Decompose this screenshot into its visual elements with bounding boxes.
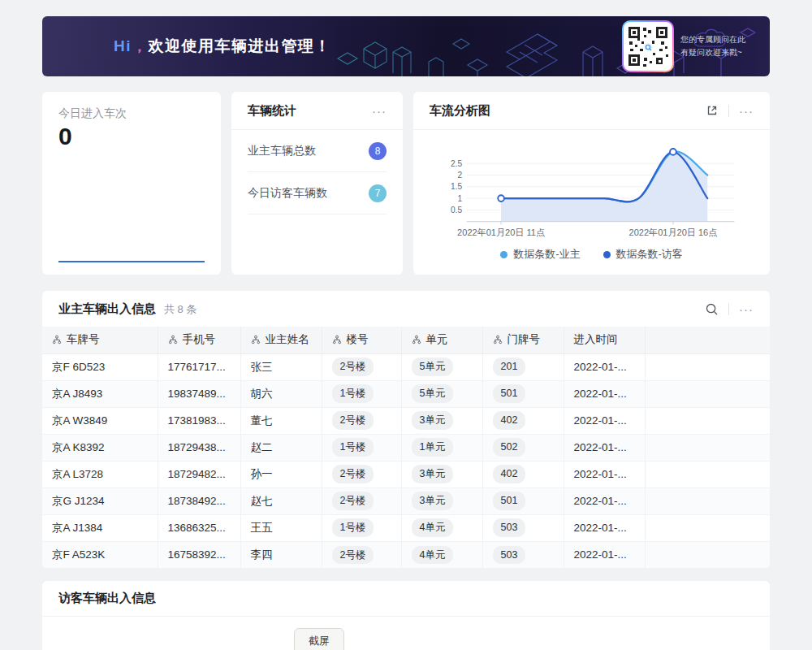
owner-name-cell: 孙一 — [240, 461, 322, 488]
more-icon[interactable]: ··· — [372, 105, 387, 117]
owner-table-title: 业主车辆出入信息 — [58, 301, 156, 317]
table-row[interactable]: 京A K839218729438...赵二1号楼1单元5022022-01-..… — [42, 434, 770, 461]
column-header-手机号[interactable]: 手机号 — [158, 327, 240, 353]
plate-cell: 京A L3728 — [42, 461, 158, 488]
traffic-chart-header: 车流分析图 ··· — [413, 92, 770, 130]
legend-dot-icon — [500, 251, 508, 258]
entry-time-cell: 2022-01-... — [564, 353, 645, 380]
building-cell: 2号楼 — [322, 541, 401, 568]
banner-greeting: Hi，欢迎使用车辆进出管理！ — [114, 36, 331, 57]
owner-name-cell: 赵二 — [240, 434, 322, 461]
legend-dot-icon — [603, 251, 611, 258]
tag-pill: 5单元 — [412, 358, 454, 375]
legend-item[interactable]: 数据条数-访客 — [603, 247, 683, 262]
tag-pill: 1单元 — [412, 438, 454, 456]
column-header-进入时间[interactable]: 进入时间 — [564, 327, 645, 353]
column-header-label: 进入时间 — [574, 332, 618, 347]
tag-pill: 402 — [493, 411, 526, 429]
owner-vehicles-table: 车牌号手机号业主姓名楼号单元门牌号进入时间 京F 6D52317761717..… — [42, 327, 770, 568]
owner-name-cell: 胡六 — [240, 380, 322, 407]
door-cell: 503 — [482, 541, 564, 568]
tag-pill: 501 — [493, 384, 526, 402]
door-cell: 503 — [482, 514, 564, 541]
column-header-楼号[interactable]: 楼号 — [322, 327, 401, 353]
door-cell: 402 — [482, 407, 564, 434]
table-row[interactable]: 京F 6D52317761717...张三2号楼5单元2012022-01-..… — [42, 353, 770, 380]
owner-table-header: 业主车辆出入信息 共 8 条 ··· — [42, 291, 770, 327]
table-row[interactable]: 京A L372818729482...孙一2号楼3单元4022022-01-..… — [42, 461, 770, 488]
table-row[interactable]: 京A J138413686325...王五1号楼4单元5032022-01-..… — [42, 514, 770, 541]
tag-pill: 2号楼 — [332, 546, 374, 564]
column-header-单元[interactable]: 单元 — [401, 327, 482, 353]
building-cell: 1号楼 — [322, 380, 401, 407]
column-header-门牌号[interactable]: 门牌号 — [482, 327, 564, 353]
empty-cell — [645, 488, 770, 514]
owner-table-count: 共 8 条 — [164, 302, 197, 317]
column-header-inner: 单元 — [412, 332, 473, 347]
banner-greeting-comma: ， — [132, 37, 149, 54]
traffic-area-chart: 0.511.522.52022年01月20日 11点2022年01月20日 16… — [423, 133, 760, 247]
entry-time-cell: 2022-01-... — [564, 541, 645, 568]
table-row[interactable]: 京F A523K16758392...李四2号楼4单元5032022-01-..… — [42, 541, 770, 568]
building-cell: 2号楼 — [322, 407, 401, 434]
tag-pill: 503 — [493, 518, 526, 536]
column-header-inner: 业主姓名 — [251, 332, 312, 347]
tag-pill: 1号楼 — [332, 384, 374, 402]
dashboard-page: Hi，欢迎使用车辆进出管理！ — [0, 0, 812, 650]
table-row[interactable]: 京A J849319837489...胡六1号楼5单元5012022-01-..… — [42, 380, 770, 407]
vehicle-stat-row: 今日访客车辆数7 — [248, 172, 387, 214]
plate-cell: 京A K8392 — [42, 434, 158, 461]
visitor-vehicles-card: 访客车辆出入信息 截屏 — [42, 581, 770, 650]
data-point-marker — [498, 195, 504, 202]
vehicle-stat-badge: 8 — [369, 142, 387, 160]
screenshot-button[interactable]: 截屏 — [294, 628, 344, 650]
door-cell: 201 — [482, 353, 564, 380]
table-row[interactable]: 京A W384917381983...董七2号楼3单元4022022-01-..… — [42, 407, 770, 434]
column-header-inner: 进入时间 — [574, 332, 635, 347]
y-tick-label: 2.5 — [451, 159, 462, 168]
traffic-chart-header-actions: ··· — [706, 104, 754, 117]
owner-name-cell: 王五 — [240, 514, 322, 541]
empty-cell — [645, 541, 770, 568]
vehicle-stats-card: 车辆统计 ··· 业主车辆总数8今日访客车辆数7 — [231, 92, 403, 275]
table-row[interactable]: 京G J123418738492...赵七2号楼3单元5012022-01-..… — [42, 488, 770, 514]
unit-cell: 4单元 — [401, 541, 482, 568]
more-icon[interactable]: ··· — [739, 303, 754, 315]
building-cell: 2号楼 — [322, 353, 401, 380]
vehicle-stat-label: 业主车辆总数 — [248, 144, 316, 158]
tag-pill: 402 — [493, 465, 526, 483]
unit-cell: 3单元 — [401, 461, 482, 488]
door-cell: 502 — [482, 434, 564, 461]
entry-time-cell: 2022-01-... — [564, 407, 645, 434]
owner-table-actions: ··· — [705, 302, 754, 316]
visitor-table-title: 访客车辆出入信息 — [58, 591, 156, 606]
tag-pill: 3单元 — [412, 465, 454, 483]
vehicle-stats-title: 车辆统计 — [248, 103, 296, 119]
column-header-业主姓名[interactable]: 业主姓名 — [240, 327, 322, 353]
more-icon[interactable]: ··· — [739, 105, 754, 117]
tag-pill: 5单元 — [412, 384, 454, 402]
qr-code — [624, 22, 672, 71]
vehicle-stat-label: 今日访客车辆数 — [248, 186, 327, 201]
plate-cell: 京A J8493 — [42, 380, 158, 407]
y-tick-label: 0.5 — [451, 206, 462, 214]
open-in-new-icon[interactable] — [706, 104, 719, 117]
owner-name-cell: 李四 — [240, 541, 322, 568]
today-entries-card: 今日进入车次 0 — [42, 92, 221, 275]
legend-item[interactable]: 数据条数-业主 — [500, 247, 580, 262]
owner-table-header-row: 车牌号手机号业主姓名楼号单元门牌号进入时间 — [42, 327, 770, 353]
door-cell: 501 — [482, 380, 564, 407]
search-icon[interactable] — [705, 302, 719, 316]
column-header-inner: 手机号 — [168, 332, 231, 347]
phone-cell: 17381983... — [158, 407, 240, 434]
tag-pill: 4单元 — [412, 518, 454, 536]
today-entries-value: 0 — [58, 123, 205, 150]
qr-caption: 您的专属顾问在此 有疑问欢迎来戳~ — [680, 33, 757, 59]
empty-cell — [645, 514, 770, 541]
field-type-icon — [251, 335, 261, 344]
column-header-车牌号[interactable]: 车牌号 — [42, 327, 158, 353]
welcome-banner: Hi，欢迎使用车辆进出管理！ — [42, 16, 770, 76]
plate-cell: 京A J1384 — [42, 514, 158, 541]
vehicle-stat-row: 业主车辆总数8 — [248, 130, 387, 172]
door-cell: 402 — [482, 461, 564, 488]
